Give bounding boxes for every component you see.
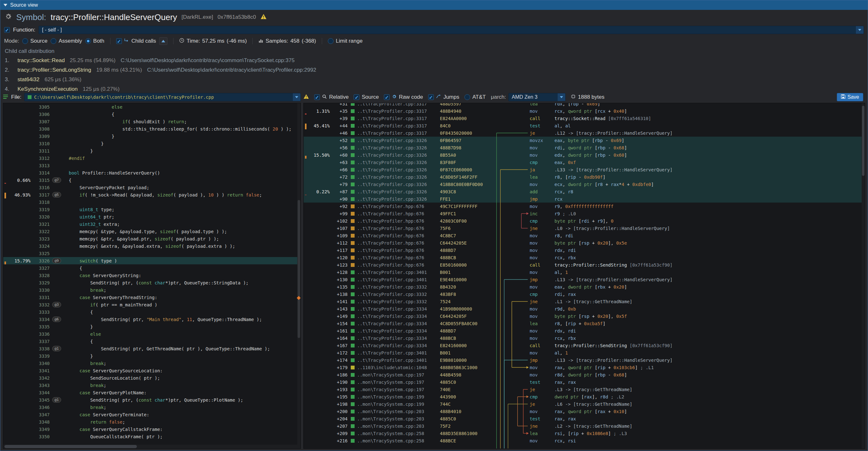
chevron-down-icon[interactable] <box>293 93 301 101</box>
asm-row[interactable]: +190..mon\TracySystem.cpp:1974885C0testr… <box>304 379 865 386</box>
asm-row[interactable]: +79..t\TracyProfiler.cpp:3326418B8C80E0B… <box>304 181 865 188</box>
raw-code-checkbox[interactable] <box>384 94 390 100</box>
source-line[interactable]: 3327 { <box>3 264 301 272</box>
source-line[interactable]: 3306 { <box>3 111 301 118</box>
asm-row[interactable]: +172..t\TracyProfiler.cpp:3401B001moval,… <box>304 349 865 356</box>
child-call-row[interactable]: 3.stat64i32625 μs (1.36%) <box>5 75 863 84</box>
source-line[interactable]: 0.66%3315@7{ <box>3 176 301 184</box>
asm-row[interactable]: 1.31%+35..t\TracyProfiler.cpp:3317488B49… <box>304 107 865 115</box>
asm-row[interactable]: +195..mon\TracySystem.cpp:199443900cmpdw… <box>304 393 865 400</box>
raw-code-toggle[interactable]: Raw code <box>384 94 423 100</box>
source-line[interactable]: 3335 } <box>3 323 301 330</box>
source-line[interactable]: 3334@6 SendString( ptr, "Main thread", 1… <box>3 315 301 323</box>
source-line[interactable]: 3323 memcpy( &ptr, &payload.ptr, sizeof(… <box>3 235 301 242</box>
source-line[interactable]: 15.79%3326@9 switch( type ) <box>3 257 301 264</box>
source-line[interactable]: 3310 } <box>3 140 301 147</box>
asm-row[interactable]: +179..1103\include\atomic:1048488B05B63C… <box>304 364 865 371</box>
source-line[interactable]: 3330 break; <box>3 286 301 294</box>
source-line[interactable]: 3313 <box>3 162 301 169</box>
asm-row[interactable]: +135..t\TracyProfiler.cpp:33328B4320move… <box>304 283 865 291</box>
asm-row[interactable]: +216..mon\TracySystem.cpp:258488BCEmovrc… <box>304 437 865 444</box>
source-line[interactable]: 46.93%3317@5 if( !m_sock->Read( &payload… <box>3 191 301 199</box>
source-line[interactable]: 3333 { <box>3 308 301 315</box>
asm-row[interactable]: +102..t\TracyProfiler.hpp:67642803C0F00c… <box>304 217 865 224</box>
source-checkbox[interactable] <box>353 94 359 100</box>
asm-row[interactable]: +120..t\TracyProfiler.hpp:676488BCBmovrc… <box>304 254 865 261</box>
source-line[interactable]: 3307 if( shouldExit ) return; <box>3 118 301 125</box>
asm-row[interactable]: +63..t\TracyProfiler.cpp:332683F80Fcmpea… <box>304 159 865 166</box>
child-call-row[interactable]: 2.tracy::Profiler::SendLongString19.88 m… <box>5 65 863 75</box>
source-line[interactable]: 3338@1 SendString( ptr, GetThreadName( p… <box>3 345 301 352</box>
source-line[interactable]: 3314bool Profiler::HandleServerQuery() <box>3 169 301 176</box>
asm-row[interactable]: +46..t\TracyProfiler.cpp:33170F843502000… <box>304 129 865 137</box>
radio-icon[interactable] <box>85 38 91 44</box>
asm-row[interactable]: +149..t\TracyProfiler.cpp:3334C64424205F… <box>304 312 865 320</box>
asm-row[interactable]: +56..t\TracyProfiler.cpp:3326488B7D98mov… <box>304 144 865 151</box>
source-line[interactable]: 3348 return false; <box>3 418 301 425</box>
source-line[interactable]: 3324 memcpy( &extra, &payload.extra, siz… <box>3 242 301 250</box>
source-vertical-scrollbar[interactable] <box>297 103 301 448</box>
source-line[interactable]: 3336 else <box>3 330 301 338</box>
asm-row[interactable]: +52..t\TracyProfiler.cpp:33260FB64597mov… <box>304 137 865 144</box>
file-path-select[interactable]: C:\Users\wolf\Desktop\darkrl\contrib\tra… <box>24 93 301 101</box>
radio-mode-both[interactable]: Both <box>85 38 104 44</box>
child-call-row[interactable]: 4.KeSynchronizeExecution125 μs (0.27%) <box>5 84 863 92</box>
source-line[interactable]: 3320 uint64_t ptr; <box>3 213 301 220</box>
relative-toggle[interactable]: Relative <box>314 94 348 100</box>
jumps-toggle[interactable]: Jumps <box>428 94 459 100</box>
child-calls-checkbox[interactable] <box>116 38 122 44</box>
asm-vertical-scrollbar[interactable] <box>862 103 865 448</box>
source-line[interactable]: 3339 } <box>3 352 301 360</box>
asm-row[interactable]: +72..t\TracyProfiler.cpp:33264C8D05F146F… <box>304 173 865 181</box>
source-horizontal-scrollbar[interactable] <box>3 445 297 448</box>
asm-row[interactable]: +123..t\TracyProfiler.hpp:676E850160000c… <box>304 261 865 269</box>
source-line[interactable]: 3316 ServerQueryPacket payload; <box>3 184 301 191</box>
asm-row[interactable]: +154..t\TracyProfiler.cpp:33344C8D055FBA… <box>304 320 865 327</box>
source-line[interactable]: 3305 else <box>3 103 301 111</box>
parent-symbol-button[interactable] <box>159 37 167 45</box>
asm-row[interactable]: 45.41%+44..t\TracyProfiler.cpp:331784C0t… <box>304 122 865 129</box>
source-line[interactable]: 3346 break; <box>3 403 301 411</box>
asm-row[interactable]: +164..t\TracyProfiler.cpp:3334488BCBmovr… <box>304 334 865 342</box>
child-call-row[interactable]: 1.tracy::Socket::Read25.25 ms (54.89%)C:… <box>5 56 863 65</box>
asm-row[interactable]: +143..t\TracyProfiler.cpp:333441B90B0000… <box>304 305 865 312</box>
chevron-down-icon[interactable] <box>856 26 864 34</box>
asm-row[interactable]: +31..t\TracyProfiler.cpp:3317488D5597lea… <box>304 103 865 107</box>
scrollbar-thumb[interactable] <box>862 106 865 176</box>
function-select[interactable]: [ - self - ] <box>38 26 864 34</box>
limit-range-toggle[interactable]: Limit range <box>328 38 363 44</box>
source-line[interactable]: 3318 <box>3 199 301 206</box>
asm-row[interactable]: +39..t\TracyProfiler.cpp:3317E824AA0000c… <box>304 115 865 122</box>
att-toggle[interactable]: AT&T <box>464 94 486 100</box>
source-line[interactable]: 3311 } <box>3 147 301 154</box>
asm-row[interactable]: 15.50%+60..t\TracyProfiler.cpp:33268B55A… <box>304 151 865 159</box>
asm-row[interactable]: +128..t\TracyProfiler.cpp:3401B001moval,… <box>304 269 865 276</box>
source-line[interactable]: 3329 SendString( ptr, (const char*)ptr, … <box>3 279 301 286</box>
asm-row[interactable]: +92..t\TracyProfiler.hpp:67649C7C1FFFFFF… <box>304 203 865 210</box>
asm-row[interactable]: +193..mon\TracySystem.cpp:197740Eje.L3 -… <box>304 386 865 393</box>
asm-row[interactable]: +161..t\TracyProfiler.cpp:3334488BD7movr… <box>304 327 865 334</box>
source-line[interactable]: 3325 <box>3 250 301 257</box>
uarch-select[interactable]: AMD Zen 3 <box>508 93 566 101</box>
source-line[interactable]: 3322 memcpy( &type, &payload.type, sizeo… <box>3 228 301 235</box>
source-line[interactable]: 3347 case ServerQueryTerminate: <box>3 411 301 418</box>
asm-row[interactable]: +174..t\TracyProfiler.cpp:3401E9B8010000… <box>304 356 865 364</box>
limit-range-checkbox[interactable] <box>328 38 334 44</box>
source-line[interactable]: 3319 uint8_t type; <box>3 206 301 213</box>
source-line[interactable]: 3344 case ServerQueryPlotName: <box>3 389 301 396</box>
source-line[interactable]: 3312#endif <box>3 154 301 162</box>
asm-row[interactable]: +112..t\TracyProfiler.hpp:676C64424205Em… <box>304 239 865 246</box>
scrollbar-thumb[interactable] <box>4 445 137 448</box>
source-toggle[interactable]: Source <box>353 94 379 100</box>
source-line[interactable]: 3321 uint32_t extra; <box>3 220 301 228</box>
source-line[interactable]: 3349 case ServerQueryCallstackFrame: <box>3 425 301 433</box>
asm-row[interactable]: +99..t\TracyProfiler.hpp:67649FFC1incr9 … <box>304 210 865 217</box>
save-button[interactable]: Save <box>837 93 863 101</box>
source-line[interactable]: 3328 case ServerQueryString: <box>3 272 301 279</box>
child-calls-toggle[interactable]: Child calls <box>116 38 156 44</box>
asm-row[interactable]: +200..mon\TracySystem.cpp:203488B4010mov… <box>304 408 865 415</box>
collapse-icon[interactable] <box>3 4 7 6</box>
asm-row[interactable]: +141..t\TracyProfiler.cpp:33327524jne.L1… <box>304 298 865 305</box>
function-checkbox[interactable] <box>4 27 10 33</box>
att-checkbox[interactable] <box>464 94 470 100</box>
